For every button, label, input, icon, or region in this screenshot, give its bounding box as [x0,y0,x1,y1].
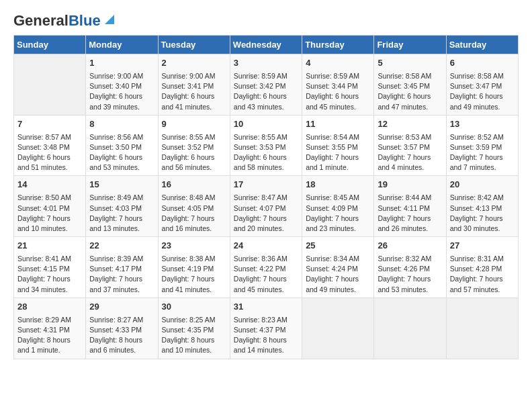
header-day-wednesday: Wednesday [230,36,302,54]
calendar-cell: 8Sunrise: 8:56 AMSunset: 3:50 PMDaylight… [86,115,158,176]
calendar-week-row: 1Sunrise: 9:00 AMSunset: 3:40 PMDaylight… [14,54,519,116]
day-number: 12 [378,118,442,131]
calendar-cell: 12Sunrise: 8:53 AMSunset: 3:57 PMDayligh… [374,115,446,176]
day-info: Sunrise: 8:57 AMSunset: 3:48 PMDaylight:… [17,132,82,173]
day-number: 19 [378,179,442,191]
day-number: 2 [162,57,226,70]
calendar-cell: 17Sunrise: 8:47 AMSunset: 4:07 PMDayligh… [230,176,302,237]
calendar-cell: 29Sunrise: 8:27 AMSunset: 4:33 PMDayligh… [86,298,158,359]
day-info: Sunrise: 8:42 AMSunset: 4:13 PMDaylight:… [450,193,515,234]
day-number: 11 [306,118,370,131]
day-info: Sunrise: 8:45 AMSunset: 4:09 PMDaylight:… [306,193,370,234]
day-number: 6 [450,57,515,70]
day-number: 10 [234,118,298,131]
logo-text: GeneralBlue [13,13,101,28]
calendar-cell: 27Sunrise: 8:31 AMSunset: 4:28 PMDayligh… [446,237,518,298]
day-info: Sunrise: 8:53 AMSunset: 3:57 PMDaylight:… [378,132,442,173]
calendar-cell [374,298,446,359]
calendar-cell: 30Sunrise: 8:25 AMSunset: 4:35 PMDayligh… [158,298,230,359]
calendar-cell: 3Sunrise: 8:59 AMSunset: 3:42 PMDaylight… [230,54,302,116]
day-number: 8 [89,118,154,131]
calendar-cell: 2Sunrise: 9:00 AMSunset: 3:41 PMDaylight… [158,54,230,116]
day-info: Sunrise: 8:38 AMSunset: 4:19 PMDaylight:… [162,254,226,295]
calendar-week-row: 14Sunrise: 8:50 AMSunset: 4:01 PMDayligh… [14,176,519,237]
day-info: Sunrise: 8:59 AMSunset: 3:44 PMDaylight:… [306,71,370,112]
calendar-cell: 6Sunrise: 8:58 AMSunset: 3:47 PMDaylight… [446,54,518,116]
calendar-cell: 10Sunrise: 8:55 AMSunset: 3:53 PMDayligh… [230,115,302,176]
day-info: Sunrise: 8:34 AMSunset: 4:24 PMDaylight:… [306,254,370,295]
calendar-cell: 25Sunrise: 8:34 AMSunset: 4:24 PMDayligh… [302,237,374,298]
day-info: Sunrise: 8:25 AMSunset: 4:35 PMDaylight:… [162,315,226,356]
calendar-cell: 21Sunrise: 8:41 AMSunset: 4:15 PMDayligh… [14,237,86,298]
calendar-cell: 4Sunrise: 8:59 AMSunset: 3:44 PMDaylight… [302,54,374,116]
day-number: 26 [378,240,442,253]
header-day-monday: Monday [86,36,158,54]
day-number: 17 [234,179,298,191]
day-number: 16 [162,179,226,191]
calendar-cell: 7Sunrise: 8:57 AMSunset: 3:48 PMDaylight… [14,115,86,176]
day-info: Sunrise: 8:36 AMSunset: 4:22 PMDaylight:… [234,254,298,295]
calendar-cell: 19Sunrise: 8:44 AMSunset: 4:11 PMDayligh… [374,176,446,237]
header-day-thursday: Thursday [302,36,374,54]
day-info: Sunrise: 8:55 AMSunset: 3:53 PMDaylight:… [234,132,298,173]
calendar-cell: 5Sunrise: 8:58 AMSunset: 3:45 PMDaylight… [374,54,446,116]
calendar-cell: 22Sunrise: 8:39 AMSunset: 4:17 PMDayligh… [86,237,158,298]
day-info: Sunrise: 8:27 AMSunset: 4:33 PMDaylight:… [89,315,154,356]
calendar-cell: 26Sunrise: 8:32 AMSunset: 4:26 PMDayligh… [374,237,446,298]
day-info: Sunrise: 8:41 AMSunset: 4:15 PMDaylight:… [17,254,82,295]
day-info: Sunrise: 8:52 AMSunset: 3:59 PMDaylight:… [450,132,515,173]
calendar-week-row: 28Sunrise: 8:29 AMSunset: 4:31 PMDayligh… [14,298,519,359]
calendar-cell: 23Sunrise: 8:38 AMSunset: 4:19 PMDayligh… [158,237,230,298]
day-info: Sunrise: 8:32 AMSunset: 4:26 PMDaylight:… [378,254,442,295]
day-info: Sunrise: 8:47 AMSunset: 4:07 PMDaylight:… [234,193,298,234]
header-day-sunday: Sunday [14,36,86,54]
day-number: 20 [450,179,515,191]
calendar-cell [14,54,86,116]
page-header: GeneralBlue [13,13,519,28]
calendar-header-row: SundayMondayTuesdayWednesdayThursdayFrid… [14,36,519,54]
calendar-cell: 14Sunrise: 8:50 AMSunset: 4:01 PMDayligh… [14,176,86,237]
calendar-week-row: 7Sunrise: 8:57 AMSunset: 3:48 PMDaylight… [14,115,519,176]
day-number: 18 [306,179,370,191]
day-number: 29 [89,301,154,314]
calendar-cell: 16Sunrise: 8:48 AMSunset: 4:05 PMDayligh… [158,176,230,237]
svg-marker-0 [105,15,114,24]
logo-blue: Blue [69,12,101,29]
calendar-cell: 9Sunrise: 8:55 AMSunset: 3:52 PMDaylight… [158,115,230,176]
header-day-saturday: Saturday [446,36,518,54]
calendar-cell: 13Sunrise: 8:52 AMSunset: 3:59 PMDayligh… [446,115,518,176]
day-info: Sunrise: 8:48 AMSunset: 4:05 PMDaylight:… [162,193,226,234]
day-number: 5 [378,57,442,70]
day-info: Sunrise: 8:54 AMSunset: 3:55 PMDaylight:… [306,132,370,173]
day-number: 24 [234,240,298,253]
calendar-cell: 11Sunrise: 8:54 AMSunset: 3:55 PMDayligh… [302,115,374,176]
day-number: 21 [17,240,82,253]
day-info: Sunrise: 9:00 AMSunset: 3:41 PMDaylight:… [162,71,226,112]
day-number: 14 [17,179,82,191]
calendar-cell [302,298,374,359]
day-number: 1 [89,57,154,70]
day-number: 15 [89,179,154,191]
logo-icon [102,12,117,27]
day-info: Sunrise: 9:00 AMSunset: 3:40 PMDaylight:… [89,71,154,112]
calendar-cell: 20Sunrise: 8:42 AMSunset: 4:13 PMDayligh… [446,176,518,237]
day-info: Sunrise: 8:55 AMSunset: 3:52 PMDaylight:… [162,132,226,173]
calendar-cell: 1Sunrise: 9:00 AMSunset: 3:40 PMDaylight… [86,54,158,116]
day-number: 22 [89,240,154,253]
calendar-cell [446,298,518,359]
calendar-week-row: 21Sunrise: 8:41 AMSunset: 4:15 PMDayligh… [14,237,519,298]
calendar-cell: 18Sunrise: 8:45 AMSunset: 4:09 PMDayligh… [302,176,374,237]
day-number: 13 [450,118,515,131]
logo: GeneralBlue [13,13,117,28]
day-info: Sunrise: 8:59 AMSunset: 3:42 PMDaylight:… [234,71,298,112]
day-number: 25 [306,240,370,253]
calendar-cell: 31Sunrise: 8:23 AMSunset: 4:37 PMDayligh… [230,298,302,359]
day-number: 31 [234,301,298,314]
day-info: Sunrise: 8:56 AMSunset: 3:50 PMDaylight:… [89,132,154,173]
day-info: Sunrise: 8:39 AMSunset: 4:17 PMDaylight:… [89,254,154,295]
calendar-table: SundayMondayTuesdayWednesdayThursdayFrid… [13,35,519,359]
day-info: Sunrise: 8:31 AMSunset: 4:28 PMDaylight:… [450,254,515,295]
calendar-cell: 15Sunrise: 8:49 AMSunset: 4:03 PMDayligh… [86,176,158,237]
day-number: 3 [234,57,298,70]
day-number: 4 [306,57,370,70]
